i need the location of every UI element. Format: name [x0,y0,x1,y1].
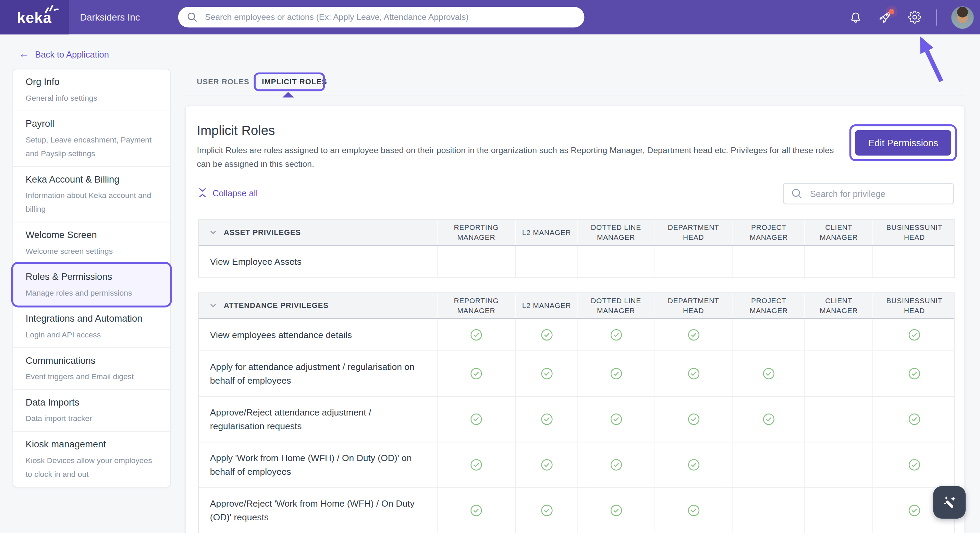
granted-check-icon [609,413,622,425]
back-to-application-link[interactable]: ← Back to Application [19,49,109,59]
rocket-icon[interactable] [878,10,892,25]
global-search[interactable] [178,7,585,27]
tab-user-roles[interactable]: USER ROLES [197,77,250,86]
empty-cell [733,488,805,533]
column-header: CLIENT MANAGER [804,220,872,245]
collapse-icon [198,188,207,198]
annotation-ring-edit-permissions: Edit Permissions [850,124,957,161]
sidebar-item[interactable]: Data Imports Data import tracker [13,389,170,431]
sidebar-item[interactable]: Integrations and Automation Login and AP… [13,305,170,347]
topbar: keka Darksiders Inc [0,0,980,34]
privilege-search-input[interactable] [809,188,953,199]
granted-check-cell [578,319,654,350]
search-icon [187,12,197,22]
sidebar-item-title: Welcome Screen [26,229,158,241]
user-avatar[interactable] [951,6,974,29]
empty-cell [804,351,872,396]
granted-check-cell [515,351,578,396]
privilege-label: Approve/Reject 'Work from Home (WFH) / O… [199,488,437,533]
privilege-row: Approve/Reject attendance adjustment / r… [199,396,954,442]
granted-check-cell [654,351,733,396]
granted-check-cell [437,442,515,487]
granted-check-icon [540,328,553,341]
annotation-ring-implicit-tab [254,73,325,91]
granted-check-icon [687,504,699,517]
privilege-table-header: ASSET PRIVILEGES REPORTING MANAGERL2 MAN… [199,220,954,246]
granted-check-icon [908,504,920,517]
empty-cell [578,246,654,277]
column-header: L2 MANAGER [515,293,578,318]
granted-check-icon [762,413,775,425]
collapse-all-link[interactable]: Collapse all [198,188,258,198]
sidebar-item-title: Integrations and Automation [26,312,158,325]
column-header: CLIENT MANAGER [804,293,872,318]
topbar-icons [848,0,974,34]
sidebar-item[interactable]: Org Info General info settings [13,69,170,110]
granted-check-cell [515,442,578,487]
sidebar-item[interactable]: Communications Event triggers and Email … [13,347,170,389]
assistant-button[interactable] [933,486,966,519]
section-name: ATTENDANCE PRIVILEGES [224,301,329,310]
section-header[interactable]: ASSET PRIVILEGES [199,220,437,245]
empty-cell [804,442,872,487]
granted-check-cell [437,351,515,396]
privilege-row: View Employee Assets [199,246,954,277]
chevron-down-icon [209,229,217,236]
granted-check-cell [578,397,654,442]
granted-check-cell [872,319,956,350]
sidebar-item-title: Roles & Permissions [26,270,158,283]
sidebar-item[interactable]: Roles & Permissions Manage roles and per… [13,264,170,305]
chevron-down-icon [209,302,217,309]
column-header: BUSINESSUNIT HEAD [872,220,956,245]
granted-check-icon [609,459,622,471]
empty-cell [804,319,872,350]
granted-check-cell [578,351,654,396]
granted-check-cell [872,397,956,442]
granted-check-cell [515,397,578,442]
sidebar-item-title: Data Imports [26,396,158,408]
empty-cell [733,246,805,277]
sidebar-item-title: Kiosk management [26,438,158,450]
privilege-row: Apply 'Work from Home (WFH) / On Duty (O… [199,442,954,487]
sidebar-item[interactable]: Welcome Screen Welcome screen settings [13,222,170,264]
global-search-input[interactable] [204,12,585,22]
privilege-label: Apply for attendance adjustment / regula… [199,351,437,396]
topbar-divider [936,9,937,25]
sidebar-item[interactable]: Payroll Setup, Leave encashment, Payment… [13,111,170,166]
annotation-arrow [911,31,948,89]
sidebar-item[interactable]: Keka Account & Billing Information about… [13,166,170,222]
sidebar-item[interactable]: Kiosk management Kiosk Devices allow you… [13,431,170,487]
edit-permissions-button[interactable]: Edit Permissions [855,130,951,156]
logo-spark-icon [44,5,59,14]
page-description: Implicit Roles are roles assigned to an … [197,144,834,171]
sidebar-item-subtitle: Manage roles and permissions [26,286,158,300]
bell-icon[interactable] [848,10,863,25]
privilege-search[interactable] [783,183,954,204]
granted-check-icon [687,328,699,341]
gear-icon[interactable] [907,10,922,25]
granted-check-cell [654,319,733,350]
granted-check-icon [609,504,622,517]
sidebar-item-title: Communications [26,354,158,366]
granted-check-icon [540,413,553,425]
sidebar-item-title: Org Info [26,76,158,88]
empty-cell [654,246,733,277]
granted-check-cell [578,488,654,533]
keka-logo[interactable]: keka [0,0,69,34]
back-link-label: Back to Application [35,49,109,59]
granted-check-icon [908,459,920,471]
magic-wand-icon [941,494,958,511]
granted-check-icon [687,459,699,471]
search-icon [791,188,802,199]
empty-cell [733,442,805,487]
granted-check-icon [470,504,482,517]
granted-check-icon [908,368,920,380]
granted-check-cell [437,319,515,350]
sidebar-item-title: Payroll [26,118,158,130]
privilege-label: View employees attendance details [199,319,437,350]
granted-check-icon [540,368,553,380]
column-header: REPORTING MANAGER [437,293,515,318]
empty-cell [872,246,956,277]
granted-check-cell [654,488,733,533]
section-header[interactable]: ATTENDANCE PRIVILEGES [199,293,437,318]
